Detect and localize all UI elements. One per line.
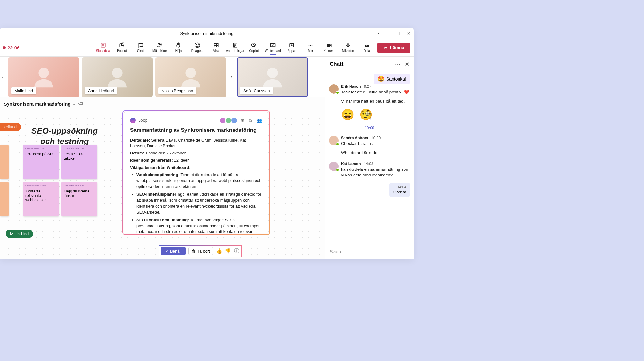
thumbs-down-icon[interactable]: 👎: [225, 248, 231, 254]
copilot-icon: [251, 42, 257, 48]
meeting-window: Synkronisera marknadsföring ⋯ — ☐ ✕ 22:0…: [0, 28, 414, 259]
recording-time: 22:06: [8, 45, 19, 50]
video-next-button[interactable]: ›: [229, 58, 234, 96]
window-title: Synkronisera marknadsföring: [180, 31, 233, 36]
loop-component[interactable]: Loop ⊞ ⧉ 👥 Sammanfattning av Synkroniser…: [123, 111, 270, 235]
copy-icon[interactable]: ⧉: [249, 118, 254, 123]
recording-indicator: 22:06: [3, 45, 19, 50]
grid-icon[interactable]: ⊞: [241, 118, 246, 123]
people-button[interactable]: Människor: [151, 40, 168, 55]
sticky-note[interactable]: Charlotte de CrumKontakta relevanta webb…: [23, 182, 59, 216]
svg-point-6: [196, 45, 197, 45]
more-icon[interactable]: ⋯: [376, 31, 381, 36]
chat-more-icon[interactable]: ⋯: [395, 61, 400, 68]
participant-name: Anna Hedlund: [85, 87, 117, 94]
participant-name: Malin Lind: [11, 87, 36, 94]
stop-share-icon: [100, 42, 106, 48]
phone-down-icon: [383, 45, 388, 50]
leave-button[interactable]: Lämna: [377, 43, 410, 53]
share-people-icon[interactable]: 👥: [257, 118, 262, 123]
svg-rect-8: [214, 43, 216, 45]
chat-button[interactable]: Chatt: [133, 40, 149, 55]
presence-cursor: Malin Lind: [6, 230, 33, 238]
chat-close-icon[interactable]: ✕: [405, 61, 409, 68]
people-icon: [157, 42, 163, 48]
svg-rect-9: [217, 43, 218, 45]
hand-icon: [175, 42, 182, 48]
info-icon[interactable]: ⓘ: [234, 248, 240, 254]
video-tile[interactable]: Malin Lind: [8, 57, 79, 97]
svg-point-7: [198, 45, 199, 45]
outgoing-message: 14:04 Gärna!: [389, 183, 410, 197]
reply-input[interactable]: Svara: [325, 244, 414, 259]
video-prev-button[interactable]: ‹: [0, 58, 6, 96]
svg-point-23: [185, 68, 196, 78]
discard-button[interactable]: 🗑 Ta bort: [188, 247, 213, 255]
emoji-row: 😄 🧐: [329, 108, 410, 121]
ellipsis-icon: [307, 42, 314, 48]
notes-icon: [232, 42, 238, 48]
notes-button[interactable]: Anteckningar: [227, 40, 243, 55]
mic-icon: [345, 42, 351, 48]
thumbs-up-icon[interactable]: 👍: [216, 248, 222, 254]
canvas-heading: SEO-uppsökning och testning: [31, 126, 98, 146]
whiteboard-button[interactable]: Whiteboard: [265, 40, 281, 55]
share-button[interactable]: Dela: [359, 40, 375, 55]
sticky-note[interactable]: Charlotte de CrumLägg till interna länka…: [61, 182, 97, 216]
loop-title: Sammanfattning av Synkronisera marknadsf…: [130, 126, 262, 134]
camera-icon: [326, 42, 332, 48]
sticky-note[interactable]: [0, 145, 9, 179]
minimize-icon[interactable]: —: [386, 31, 391, 36]
loop-badge: Loop: [138, 118, 147, 124]
whiteboard-title[interactable]: Synkronisera marknadsföring ⌄: [4, 101, 75, 107]
chat-icon: [138, 42, 144, 48]
mic-button[interactable]: Mikrofon: [340, 40, 356, 55]
more-button[interactable]: Mer: [302, 40, 319, 55]
svg-point-5: [195, 43, 200, 48]
presence-cursor: edlund: [0, 123, 21, 131]
apps-button[interactable]: Appar: [283, 40, 300, 55]
video-tile[interactable]: Niklas Bengtsson: [155, 57, 226, 97]
chevron-down-icon: ⌄: [73, 102, 75, 106]
sticky-note[interactable]: [0, 182, 9, 216]
participant-name: Niklas Bengtsson: [158, 87, 196, 94]
avatar: [329, 84, 339, 94]
video-tile-active[interactable]: Sofie Carlsson: [237, 57, 308, 97]
svg-point-17: [312, 45, 313, 46]
svg-rect-11: [217, 46, 218, 47]
react-button[interactable]: Reagera: [189, 40, 206, 55]
svg-rect-10: [214, 46, 216, 47]
loop-logo-icon: [130, 118, 136, 123]
svg-rect-18: [327, 44, 330, 47]
view-button[interactable]: Visa: [208, 40, 224, 55]
copilot-button[interactable]: Copilot: [246, 40, 262, 55]
popout-button[interactable]: Popout: [114, 40, 130, 55]
stop-share-button[interactable]: Sluta dela: [95, 40, 111, 55]
loop-avatars: [221, 117, 238, 124]
maximize-icon[interactable]: ☐: [396, 31, 401, 36]
sticky-note[interactable]: Charlotte de CrumFokusera på SEO: [23, 145, 59, 179]
raise-hand-button[interactable]: Höja: [170, 40, 187, 55]
chat-message: Sandra Åström10:00 Checkar bara in ... W…: [329, 136, 410, 156]
starstruck-icon: 🤩: [377, 75, 384, 82]
sticky-note[interactable]: Charlotte de CrumTesta SEO-taktiker: [61, 145, 97, 179]
video-tile[interactable]: Anna Hedlund: [82, 57, 153, 97]
svg-point-16: [310, 45, 311, 46]
svg-rect-19: [347, 43, 348, 46]
gallery-icon: [213, 42, 219, 48]
svg-point-24: [267, 68, 278, 78]
titlebar: Synkronisera marknadsföring ⋯ — ☐ ✕: [0, 28, 414, 39]
time-divider: 10:00: [329, 126, 410, 130]
camera-button[interactable]: Kamera: [321, 40, 337, 55]
monocle-emoji-icon: 🧐: [359, 108, 372, 121]
record-dot-icon: [3, 46, 6, 49]
close-icon[interactable]: ✕: [406, 31, 411, 36]
trash-icon: 🗑: [192, 249, 196, 253]
whiteboard-icon: [270, 42, 276, 48]
tag-icon[interactable]: 🏷: [78, 101, 83, 107]
chat-body[interactable]: 🤩 Santouka! Erik Nason9:27 Tack för att …: [325, 72, 414, 244]
keep-button[interactable]: ✓ Behåll: [161, 247, 186, 255]
chat-message: Erik Nason9:27 Tack för att du alltid är…: [329, 84, 410, 104]
participant-name: Sofie Carlsson: [240, 87, 273, 94]
svg-point-4: [160, 44, 162, 45]
